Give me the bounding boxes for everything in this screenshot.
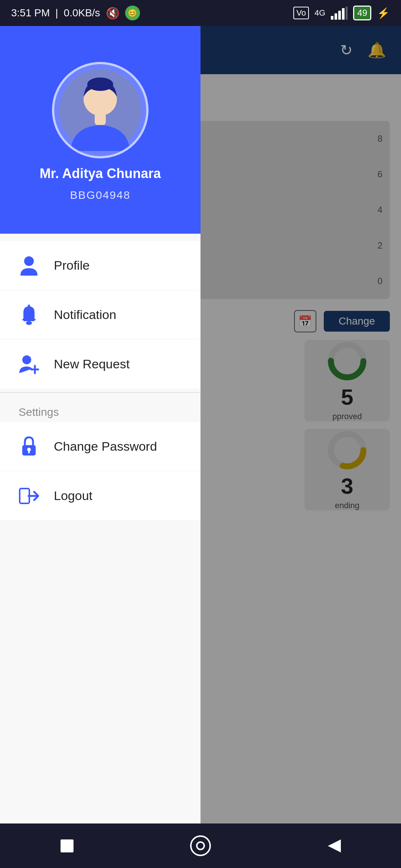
svg-rect-12 [95, 113, 106, 125]
menu-item-notification[interactable]: Notification [0, 290, 200, 339]
status-right: Vo 4G 49 ⚡ [293, 6, 390, 20]
svg-point-26 [191, 836, 210, 855]
notification-label: Notification [54, 308, 116, 322]
user-id: BBG04948 [70, 189, 131, 201]
svg-point-17 [22, 355, 31, 364]
svg-rect-1 [335, 13, 337, 20]
charging-icon: ⚡ [377, 7, 390, 19]
status-bar: 3:51 PM | 0.0KB/s 🔇 😊 Vo 4G 49 ⚡ [0, 0, 401, 26]
avatar-container [52, 62, 149, 158]
menu-item-new-request[interactable]: New Request [0, 340, 200, 388]
drawer-header: Mr. Aditya Chunara BBG04948 [0, 26, 200, 234]
signal-bars-icon [331, 7, 348, 20]
bell-icon [19, 305, 39, 325]
menu-item-profile[interactable]: Profile [0, 241, 200, 290]
back-button[interactable] [319, 831, 349, 861]
logout-label: Logout [54, 489, 92, 503]
user-name: Mr. Aditya Chunara [40, 166, 161, 181]
svg-point-13 [24, 256, 34, 266]
menu-item-change-password[interactable]: Change Password [0, 422, 200, 471]
person-icon [19, 255, 39, 276]
person-add-icon [19, 354, 39, 374]
side-drawer: Mr. Aditya Chunara BBG04948 Profile [0, 26, 200, 823]
profile-label: Profile [54, 258, 89, 273]
network-speed: | [55, 7, 58, 19]
logout-icon [19, 486, 39, 506]
battery-indicator: 49 [353, 6, 371, 20]
svg-rect-22 [28, 450, 30, 453]
menu-item-logout[interactable]: Logout [0, 471, 200, 520]
drawer-menu: Profile Notification [0, 234, 200, 823]
bottom-nav [0, 823, 401, 868]
svg-rect-4 [346, 7, 348, 20]
menu-divider [0, 392, 200, 393]
avatar [59, 69, 141, 151]
svg-rect-3 [342, 8, 345, 20]
network-speed-value: 0.0KB/s [64, 7, 100, 19]
svg-point-15 [26, 321, 32, 325]
drawer-overlay: Mr. Aditya Chunara BBG04948 Profile [0, 26, 401, 823]
svg-rect-25 [61, 839, 74, 852]
square-button[interactable] [52, 831, 82, 861]
dim-overlay[interactable] [200, 26, 401, 823]
svg-rect-16 [28, 305, 30, 308]
svg-marker-28 [328, 839, 341, 852]
svg-rect-2 [338, 11, 341, 20]
mute-icon: 🔇 [106, 7, 120, 20]
volte-icon: Vo [293, 7, 309, 19]
settings-section-header: Settings [0, 397, 200, 422]
time: 3:51 PM [11, 7, 50, 19]
svg-point-11 [87, 78, 113, 91]
svg-rect-14 [23, 319, 35, 321]
home-button[interactable] [186, 831, 215, 861]
status-left: 3:51 PM | 0.0KB/s 🔇 😊 [11, 6, 140, 20]
lock-icon [19, 436, 39, 457]
change-password-label: Change Password [54, 439, 157, 454]
app-icon: 😊 [125, 6, 140, 20]
signal-type: 4G [314, 8, 325, 18]
svg-point-27 [197, 842, 204, 849]
svg-rect-0 [331, 16, 333, 20]
new-request-label: New Request [54, 357, 130, 371]
